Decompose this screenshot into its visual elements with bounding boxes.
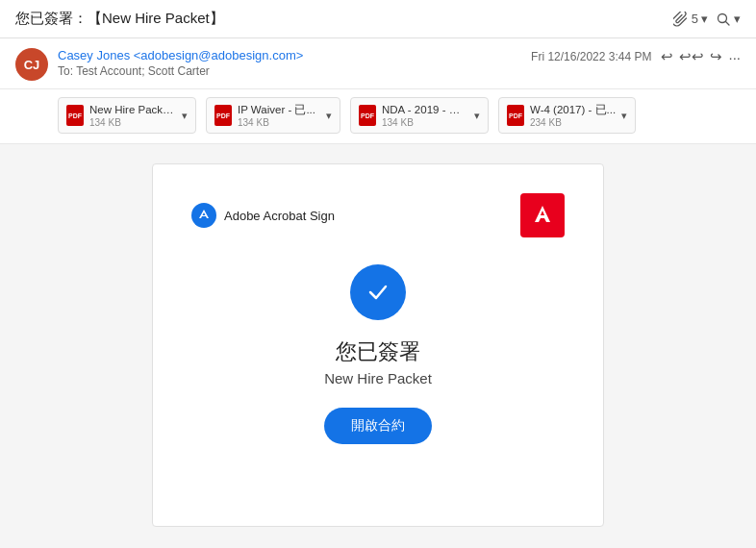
reply-icon[interactable]: ↩ (661, 48, 673, 65)
chevron-down-0: ▾ (182, 110, 188, 122)
attachment-info-0: New Hire Packet - 已... 134 KB (89, 103, 176, 128)
svg-line-1 (726, 21, 730, 25)
chevron-down-icon-search: ▾ (734, 12, 741, 26)
paperclip-icon (673, 12, 689, 27)
email-meta-right: Fri 12/16/2022 3:44 PM ↩ ↩↩ ↪ ··· (531, 48, 741, 65)
adobe-badge-text (529, 201, 556, 230)
attachment-name-3: W-4 (2017) - 已... (530, 103, 616, 117)
attachments-row: PDF New Hire Packet - 已... 134 KB ▾ PDF … (0, 89, 756, 144)
avatar: CJ (15, 48, 48, 81)
email-from-left: CJ Casey Jones <adobesign@adobesign.com>… (15, 48, 303, 81)
acrobat-icon-svg (197, 209, 211, 222)
forward-icon[interactable]: ↪ (710, 48, 722, 65)
sign-card-logo-text: Adobe Acrobat Sign (224, 209, 335, 223)
top-bar: 您已簽署：【New Hire Packet】 5 ▾ ▾ (0, 0, 756, 38)
email-from-info: Casey Jones <adobesign@adobesign.com> To… (58, 48, 303, 78)
email-sender: Casey Jones <adobesign@adobesign.com> (58, 48, 303, 62)
sign-card-logo: Adobe Acrobat Sign (191, 203, 335, 228)
attachment-chip-1[interactable]: PDF IP Waiver - 已... 134 KB ▾ (206, 97, 340, 134)
to-recipients: Test Account; Scott Carter (76, 64, 210, 78)
chevron-down-2: ▾ (474, 110, 480, 122)
acrobat-sign-logo-icon (191, 203, 216, 228)
chevron-down-icon[interactable]: ▾ (701, 12, 708, 26)
sign-check-circle (350, 264, 406, 320)
open-agreement-button[interactable]: 開啟合約 (324, 408, 432, 444)
attachment-size-2: 134 KB (382, 117, 468, 128)
adobe-logo-svg (529, 201, 556, 228)
attachment-count-label: 5 (692, 12, 698, 26)
more-actions-icon[interactable]: ··· (728, 49, 741, 65)
email-from-row: CJ Casey Jones <adobesign@adobesign.com>… (15, 48, 741, 81)
email-to: To: Test Account; Scott Carter (58, 64, 303, 78)
checkmark-icon (365, 279, 391, 306)
attachment-chip-0[interactable]: PDF New Hire Packet - 已... 134 KB ▾ (58, 97, 196, 134)
pdf-icon-2: PDF (359, 105, 376, 126)
attachment-name-2: NDA - 2019 - 已... (382, 103, 468, 117)
attachment-info-2: NDA - 2019 - 已... 134 KB (382, 103, 468, 128)
email-header: CJ Casey Jones <adobesign@adobesign.com>… (0, 38, 756, 89)
reply-all-icon[interactable]: ↩↩ (679, 48, 704, 65)
to-label: To: (58, 64, 73, 78)
pdf-icon-1: PDF (214, 105, 232, 126)
attachment-size-3: 234 KB (530, 117, 616, 128)
attachment-name-1: IP Waiver - 已... (238, 103, 320, 117)
page-title: 您已簽署：【New Hire Packet】 (15, 10, 224, 28)
top-bar-actions: 5 ▾ ▾ (673, 12, 741, 27)
attachment-size-1: 134 KB (238, 117, 320, 128)
email-body: Adobe Acrobat Sign 您已簽署 New Hire Packet (0, 144, 756, 546)
attachment-chip-2[interactable]: PDF NDA - 2019 - 已... 134 KB ▾ (350, 97, 489, 134)
search-button[interactable]: ▾ (716, 12, 741, 27)
pdf-icon-3: PDF (507, 105, 524, 126)
attachment-chip-3[interactable]: PDF W-4 (2017) - 已... 234 KB ▾ (498, 97, 636, 134)
adobe-red-badge (520, 193, 565, 237)
attachment-info-3: W-4 (2017) - 已... 234 KB (530, 103, 616, 128)
sign-card-header: Adobe Acrobat Sign (191, 193, 565, 237)
sign-document-name: New Hire Packet (324, 370, 432, 386)
sign-signed-title: 您已簽署 (336, 337, 420, 366)
attachment-name-0: New Hire Packet - 已... (89, 103, 176, 117)
pdf-icon-0: PDF (66, 105, 84, 126)
email-date: Fri 12/16/2022 3:44 PM (531, 50, 651, 63)
attachment-info-1: IP Waiver - 已... 134 KB (238, 103, 320, 128)
chevron-down-1: ▾ (326, 110, 332, 122)
chevron-down-3: ▾ (621, 110, 627, 122)
search-icon (716, 12, 731, 27)
attachment-count-button[interactable]: 5 ▾ (673, 12, 708, 27)
sign-card: Adobe Acrobat Sign 您已簽署 New Hire Packet (152, 163, 604, 527)
attachment-size-0: 134 KB (89, 117, 176, 128)
email-action-icons: ↩ ↩↩ ↪ ··· (661, 48, 741, 65)
